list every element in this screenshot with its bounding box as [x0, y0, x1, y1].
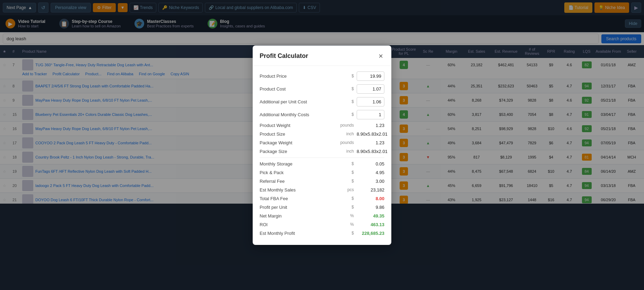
- calc-field-label: Product Cost: [260, 86, 339, 92]
- calc-result-value: 4.95: [357, 170, 384, 175]
- modal-close-button[interactable]: ×: [377, 52, 384, 61]
- calc-field-input[interactable]: [357, 97, 384, 106]
- calc-unit: inch: [339, 131, 354, 136]
- calc-field-row: Product Cost $: [260, 84, 384, 94]
- calc-field-input[interactable]: [357, 71, 384, 81]
- modal-header: Profit Calculator ×: [253, 45, 391, 66]
- calc-field-label: Additional per Unit Cost: [260, 99, 339, 104]
- calc-result-row: Referral Fee $ 3.00: [260, 179, 384, 184]
- calc-result-label: Monthly Storage: [260, 161, 339, 167]
- calc-result-label: Referral Fee: [260, 179, 339, 184]
- calc-result-unit: $: [339, 161, 354, 166]
- calc-field-row: Product Size inch 8.90x5.83x2.01: [260, 131, 384, 137]
- modal-body: Product Price $ Product Cost $ Additiona…: [253, 66, 391, 204]
- calc-field-value: 1.23: [357, 123, 384, 128]
- calc-field-row: Product Price $: [260, 71, 384, 81]
- calc-field-label: Product Price: [260, 74, 339, 79]
- calc-result-label: Pick & Pack: [260, 170, 339, 175]
- calc-result-label: Total FBA Fee: [260, 196, 339, 201]
- calc-field-input[interactable]: [357, 84, 384, 94]
- calc-result-row: Est Monthly Sales pcs 23,182: [260, 187, 384, 193]
- calc-unit: $: [339, 99, 354, 104]
- calc-unit: $: [339, 74, 354, 78]
- calc-unit: $: [339, 112, 354, 117]
- calc-field-label: Package Size: [260, 149, 339, 154]
- calc-field-label: Package Weight: [260, 140, 339, 145]
- calc-field-row: Package Weight pounds 1.23: [260, 140, 384, 145]
- modal-overlay[interactable]: Profit Calculator × Product Price $ Prod…: [0, 0, 644, 204]
- calc-field-value: 8.90x5.83x2.01: [357, 149, 384, 154]
- calc-result-row: Pick & Pack $ 4.95: [260, 170, 384, 175]
- calc-field-input[interactable]: [357, 110, 384, 119]
- calc-field-row: Additional per Unit Cost $: [260, 97, 384, 106]
- calc-result-row: Total FBA Fee $ 8.00: [260, 196, 384, 201]
- calc-result-unit: pcs: [339, 187, 354, 192]
- calc-result-unit: $: [339, 179, 354, 184]
- calc-result-row: Monthly Storage $ 0.05: [260, 161, 384, 167]
- modal-title: Profit Calculator: [260, 52, 308, 60]
- calc-unit: pounds: [339, 140, 354, 145]
- calc-result-label: Est Monthly Sales: [260, 187, 339, 193]
- calc-unit: $: [339, 86, 354, 91]
- profit-calculator-modal: Profit Calculator × Product Price $ Prod…: [253, 45, 391, 204]
- calc-result-value: 3.00: [357, 179, 384, 184]
- calc-result-value: 0.05: [357, 161, 384, 167]
- calc-result-unit: $: [339, 196, 354, 201]
- calc-result-value: 23,182: [357, 187, 384, 193]
- calc-unit: inch: [339, 149, 354, 154]
- calc-field-value: 8.90x5.83x2.01: [357, 131, 384, 137]
- calc-field-row: Package Size inch 8.90x5.83x2.01: [260, 149, 384, 154]
- calc-field-row: Additional Monthly Costs $: [260, 110, 384, 119]
- calc-unit: pounds: [339, 123, 354, 128]
- calc-field-label: Product Size: [260, 131, 339, 137]
- calc-field-value: 1.23: [357, 140, 384, 145]
- calc-result-value: 8.00: [357, 196, 384, 201]
- calc-field-row: Product Weight pounds 1.23: [260, 123, 384, 128]
- calc-field-label: Product Weight: [260, 123, 339, 128]
- calc-result-unit: $: [339, 170, 354, 175]
- calc-field-label: Additional Monthly Costs: [260, 112, 339, 117]
